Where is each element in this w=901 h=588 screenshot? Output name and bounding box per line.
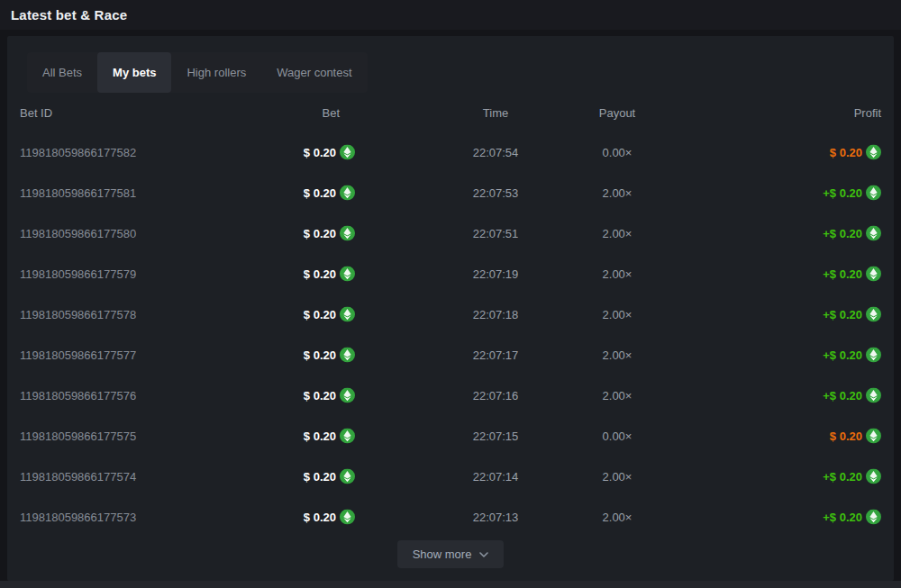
- table-row[interactable]: 119818059866177578 $ 0.20 22:07:18 2.00×…: [7, 294, 894, 334]
- bet-time: 22:07:16: [473, 388, 519, 402]
- bet-id[interactable]: 119818059866177575: [20, 429, 136, 442]
- bet-amount: $ 0.20: [304, 185, 355, 200]
- column-header-bet-id: Bet ID: [20, 106, 52, 120]
- profit-value: +$ 0.20: [823, 267, 862, 280]
- table-row[interactable]: 119818059866177580 $ 0.20 22:07:51 2.00×…: [7, 213, 894, 253]
- eth-coin-icon: [866, 185, 881, 200]
- bet-amount: $ 0.20: [304, 509, 355, 524]
- bet-amount-value: $ 0.20: [304, 145, 336, 158]
- eth-coin-icon: [340, 266, 355, 281]
- eth-coin-icon: [340, 185, 355, 200]
- eth-coin-icon: [866, 266, 881, 281]
- tab-label: My bets: [113, 66, 156, 79]
- profit: $ 0.20: [830, 144, 881, 159]
- bet-id[interactable]: 119818059866177578: [20, 307, 136, 321]
- eth-coin-icon: [866, 387, 881, 403]
- payout-multiplier: 2.00×: [603, 469, 633, 483]
- payout-multiplier: 2.00×: [603, 348, 633, 361]
- tab-label: Wager contest: [277, 66, 351, 79]
- bet-amount-value: $ 0.20: [304, 226, 336, 240]
- bet-amount-value: $ 0.20: [304, 348, 336, 361]
- profit-value: +$ 0.20: [823, 185, 862, 199]
- bet-amount: $ 0.20: [304, 144, 355, 159]
- eth-coin-icon: [866, 306, 881, 321]
- bets-table-body: 119818059866177582 $ 0.20 22:07:54 0.00×…: [7, 131, 894, 537]
- profit-value: +$ 0.20: [823, 307, 862, 321]
- chevron-down-icon: [479, 552, 488, 557]
- table-row[interactable]: 119818059866177581 $ 0.20 22:07:53 2.00×…: [7, 172, 894, 213]
- bet-time: 22:07:19: [473, 267, 519, 280]
- titlebar: Latest bet & Race: [0, 0, 901, 30]
- footer-strip: [0, 581, 901, 588]
- tab-my-bets[interactable]: My bets: [97, 52, 171, 93]
- bet-amount: $ 0.20: [304, 387, 355, 403]
- bet-id[interactable]: 119818059866177581: [20, 185, 136, 199]
- bet-time: 22:07:15: [473, 429, 519, 442]
- profit: +$ 0.20: [823, 387, 881, 403]
- payout-multiplier: 2.00×: [603, 226, 633, 240]
- table-row[interactable]: 119818059866177582 $ 0.20 22:07:54 0.00×…: [7, 131, 894, 172]
- eth-coin-icon: [340, 144, 355, 159]
- eth-coin-icon: [866, 144, 881, 159]
- eth-coin-icon: [340, 387, 355, 403]
- eth-coin-icon: [866, 509, 881, 524]
- bet-id[interactable]: 119818059866177573: [20, 510, 136, 523]
- bet-time: 22:07:17: [473, 348, 519, 361]
- profit: +$ 0.20: [823, 225, 881, 240]
- bet-time: 22:07:54: [473, 145, 519, 158]
- payout-multiplier: 2.00×: [603, 388, 633, 402]
- bet-amount-value: $ 0.20: [304, 429, 336, 442]
- bets-panel: All BetsMy betsHigh rollersWager contest…: [7, 36, 894, 581]
- bet-id[interactable]: 119818059866177576: [20, 388, 136, 402]
- profit-value: +$ 0.20: [823, 226, 862, 240]
- payout-multiplier: 0.00×: [603, 145, 633, 158]
- bet-amount-value: $ 0.20: [304, 307, 336, 321]
- profit: +$ 0.20: [823, 185, 881, 200]
- eth-coin-icon: [866, 347, 881, 362]
- table-row[interactable]: 119818059866177576 $ 0.20 22:07:16 2.00×…: [7, 375, 894, 415]
- eth-coin-icon: [340, 347, 355, 362]
- bet-time: 22:07:53: [473, 185, 519, 199]
- profit: +$ 0.20: [823, 468, 881, 484]
- eth-coin-icon: [866, 225, 881, 240]
- tab-all-bets[interactable]: All Bets: [27, 52, 97, 93]
- bet-amount: $ 0.20: [304, 306, 355, 321]
- table-row[interactable]: 119818059866177573 $ 0.20 22:07:13 2.00×…: [7, 496, 894, 537]
- bet-amount-value: $ 0.20: [304, 388, 336, 402]
- payout-multiplier: 2.00×: [603, 510, 633, 523]
- show-more-button[interactable]: Show more: [397, 540, 505, 568]
- bet-amount: $ 0.20: [304, 428, 355, 443]
- tab-wager-contest[interactable]: Wager contest: [261, 52, 367, 93]
- column-header-bet: Bet: [322, 106, 340, 120]
- bet-id[interactable]: 119818059866177574: [20, 469, 136, 483]
- payout-multiplier: 2.00×: [603, 267, 633, 280]
- payout-multiplier: 0.00×: [603, 429, 633, 442]
- table-row[interactable]: 119818059866177577 $ 0.20 22:07:17 2.00×…: [7, 334, 894, 375]
- column-header-time: Time: [483, 106, 508, 120]
- payout-multiplier: 2.00×: [603, 307, 633, 321]
- eth-coin-icon: [340, 468, 355, 484]
- profit-value: $ 0.20: [830, 429, 862, 442]
- table-row[interactable]: 119818059866177575 $ 0.20 22:07:15 0.00×…: [7, 415, 894, 456]
- payout-multiplier: 2.00×: [603, 185, 633, 199]
- bet-id[interactable]: 119818059866177582: [20, 145, 136, 158]
- tab-high-rollers[interactable]: High rollers: [171, 52, 261, 93]
- bet-time: 22:07:13: [473, 510, 519, 523]
- bet-id[interactable]: 119818059866177577: [20, 348, 136, 361]
- bet-id[interactable]: 119818059866177579: [20, 267, 136, 280]
- eth-coin-icon: [340, 428, 355, 443]
- table-row[interactable]: 119818059866177574 $ 0.20 22:07:14 2.00×…: [7, 456, 894, 496]
- table-row[interactable]: 119818059866177579 $ 0.20 22:07:19 2.00×…: [7, 253, 894, 294]
- bet-amount: $ 0.20: [304, 266, 355, 281]
- bet-id[interactable]: 119818059866177580: [20, 226, 136, 240]
- eth-coin-icon: [340, 306, 355, 321]
- tab-label: High rollers: [187, 66, 246, 79]
- page-title: Latest bet & Race: [11, 7, 127, 23]
- bet-time: 22:07:14: [473, 469, 519, 483]
- profit: +$ 0.20: [823, 266, 881, 281]
- profit: +$ 0.20: [823, 509, 881, 524]
- bet-amount: $ 0.20: [304, 347, 355, 362]
- column-header-payout: Payout: [599, 106, 635, 120]
- show-more-container: Show more: [7, 540, 894, 568]
- show-more-label: Show more: [413, 547, 472, 561]
